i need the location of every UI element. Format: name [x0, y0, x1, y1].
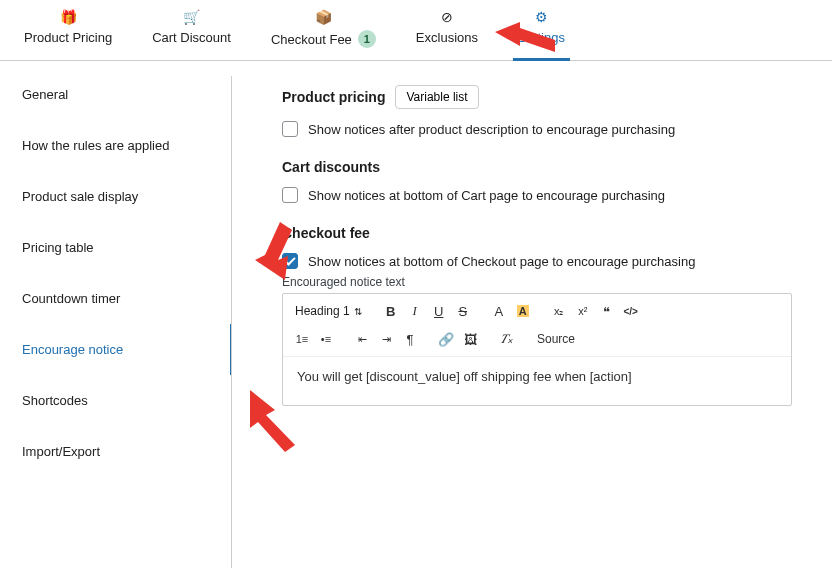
- cart-icon: 🛒: [183, 10, 200, 24]
- outdent-button[interactable]: ⇤: [351, 328, 373, 350]
- outdent-icon: ⇤: [358, 333, 367, 346]
- superscript-button[interactable]: x²: [572, 300, 594, 322]
- gear-icon: ⚙: [535, 10, 548, 24]
- editor-toolbar: Heading 1 ⇅ B I U S A A: [283, 294, 791, 357]
- section-checkout-fee: Checkout fee Show notices at bottom of C…: [282, 225, 792, 406]
- encouraged-text-label: Encouraged notice text: [282, 275, 792, 289]
- image-button[interactable]: 🖼: [459, 328, 481, 350]
- code-button[interactable]: </>: [620, 300, 642, 322]
- tab-product-pricing[interactable]: 🎁 Product Pricing: [4, 0, 132, 60]
- tab-cart-discount[interactable]: 🛒 Cart Discount: [132, 0, 251, 60]
- indent-icon: ⇥: [382, 333, 391, 346]
- blockquote-button[interactable]: ❝: [596, 300, 618, 322]
- editor-content[interactable]: You will get [discount_value] off shippi…: [283, 357, 791, 405]
- tab-exclusions[interactable]: ⊘ Exclusions: [396, 0, 498, 60]
- checkbox-label: Show notices at bottom of Cart page to e…: [308, 188, 665, 203]
- checkbox-checkout-notices[interactable]: [282, 253, 298, 269]
- numbered-list-button[interactable]: 1≡: [291, 328, 313, 350]
- link-button[interactable]: 🔗: [435, 328, 457, 350]
- underline-button[interactable]: U: [428, 300, 450, 322]
- settings-content: Product pricing Variable list Show notic…: [232, 61, 832, 568]
- sidebar-item-countdown[interactable]: Countdown timer: [0, 273, 232, 324]
- font-color-button[interactable]: A: [488, 300, 510, 322]
- sidebar-item-general[interactable]: General: [0, 69, 232, 120]
- section-title: Product pricing: [282, 89, 385, 105]
- rich-text-editor: Heading 1 ⇅ B I U S A A: [282, 293, 792, 406]
- main-tabs: 🎁 Product Pricing 🛒 Cart Discount 📦 Chec…: [0, 0, 832, 61]
- section-title: Cart discounts: [282, 159, 380, 175]
- strike-button[interactable]: S: [452, 300, 474, 322]
- tab-checkout-fee[interactable]: 📦 Checkout Fee 1: [251, 0, 396, 60]
- numbered-list-icon: 1≡: [296, 333, 309, 345]
- sidebar-item-shortcodes[interactable]: Shortcodes: [0, 375, 232, 426]
- sidebar-item-rules[interactable]: How the rules are applied: [0, 120, 232, 171]
- bold-button[interactable]: B: [380, 300, 402, 322]
- highlight-icon: A: [517, 305, 529, 317]
- clear-format-button[interactable]: 𝑇ₓ: [495, 328, 517, 350]
- sidebar-item-encourage[interactable]: Encourage notice: [0, 324, 232, 375]
- source-button[interactable]: Source: [531, 330, 581, 348]
- checkbox-product-notices[interactable]: [282, 121, 298, 137]
- tab-label: Settings: [518, 30, 565, 45]
- checkbox-cart-notices[interactable]: [282, 187, 298, 203]
- gift-icon: 🎁: [60, 10, 77, 24]
- checkbox-label: Show notices at bottom of Checkout page …: [308, 254, 695, 269]
- settings-sidebar: General How the rules are applied Produc…: [0, 61, 232, 568]
- exclude-icon: ⊘: [441, 10, 453, 24]
- subscript-button[interactable]: x₂: [548, 300, 570, 322]
- sidebar-item-sale-display[interactable]: Product sale display: [0, 171, 232, 222]
- tab-label: Checkout Fee: [271, 32, 352, 47]
- bullet-list-icon: •≡: [321, 333, 331, 345]
- checkbox-label: Show notices after product description t…: [308, 122, 675, 137]
- highlight-button[interactable]: A: [512, 300, 534, 322]
- sidebar-item-import-export[interactable]: Import/Export: [0, 426, 232, 477]
- tab-settings[interactable]: ⚙ Settings: [498, 0, 585, 60]
- chevron-updown-icon: ⇅: [354, 306, 362, 317]
- bullet-list-button[interactable]: •≡: [315, 328, 337, 350]
- tab-label: Exclusions: [416, 30, 478, 45]
- tab-label: Cart Discount: [152, 30, 231, 45]
- tab-badge: 1: [358, 30, 376, 48]
- checkout-icon: 📦: [315, 10, 332, 24]
- tab-label: Product Pricing: [24, 30, 112, 45]
- section-product-pricing: Product pricing Variable list Show notic…: [282, 85, 792, 137]
- variable-list-button[interactable]: Variable list: [395, 85, 478, 109]
- section-cart-discounts: Cart discounts Show notices at bottom of…: [282, 159, 792, 203]
- section-title: Checkout fee: [282, 225, 370, 241]
- indent-button[interactable]: ⇥: [375, 328, 397, 350]
- heading-select[interactable]: Heading 1 ⇅: [291, 302, 366, 320]
- italic-button[interactable]: I: [404, 300, 426, 322]
- tab-label-wrap: Checkout Fee 1: [271, 30, 376, 48]
- sidebar-item-pricing-table[interactable]: Pricing table: [0, 222, 232, 273]
- paragraph-icon: ¶: [407, 332, 414, 347]
- paragraph-button[interactable]: ¶: [399, 328, 421, 350]
